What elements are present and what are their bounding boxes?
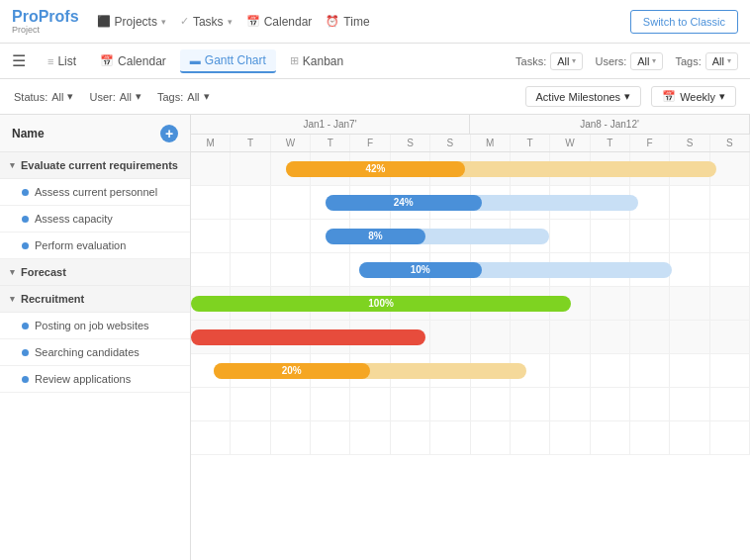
name-header-label: Name <box>12 127 45 140</box>
gantt-bar-perform-evaluation: 10% <box>359 262 482 278</box>
task-perform-evaluation-dot <box>22 242 29 249</box>
tasks-filter-select[interactable]: All ▾ <box>550 52 583 70</box>
day-6: S <box>430 135 470 151</box>
group-forecast-chevron: ▾ <box>10 267 15 277</box>
tab-kanban-label: Kanban <box>303 54 343 68</box>
task-posting-job[interactable]: Posting on job websites <box>0 313 190 339</box>
switch-classic-button[interactable]: Switch to Classic <box>630 10 738 34</box>
day-4: F <box>350 135 390 151</box>
day-3: T <box>311 135 350 151</box>
group-recruitment-label: Recruitment <box>21 293 84 305</box>
tab-calendar[interactable]: 📅 Calendar <box>90 50 176 72</box>
tags-filter-value: All <box>712 55 724 67</box>
tab-calendar-label: Calendar <box>118 54 166 68</box>
gantt-row-review-applications <box>191 421 750 455</box>
week-labels: Jan1 - Jan7' Jan8 - Jan12' <box>191 115 750 135</box>
day-0: M <box>191 135 231 151</box>
day-7: M <box>471 135 511 151</box>
group-evaluate-chevron: ▾ <box>10 160 15 170</box>
gantt-row-posting-job: 20% <box>191 354 750 388</box>
group-recruitment[interactable]: ▾ Recruitment <box>0 286 190 313</box>
task-assess-capacity-label: Assess capacity <box>35 213 113 225</box>
task-assess-capacity[interactable]: Assess capacity <box>0 206 190 233</box>
menu-icon[interactable]: ☰ <box>12 51 26 70</box>
users-filter-label: Users: <box>595 55 626 67</box>
tab-list[interactable]: ≡ List <box>38 50 86 72</box>
logo-sub: Project <box>12 26 40 35</box>
task-posting-job-dot <box>22 323 29 329</box>
tasks-filter-group: Tasks: All ▾ <box>516 52 583 70</box>
day-10: T <box>591 135 630 151</box>
tags-bar-filter[interactable]: Tags: All ▾ <box>157 90 210 103</box>
gantt-bar-assess-capacity: 8% <box>326 229 426 244</box>
nav-calendar[interactable]: 📅 Calendar <box>246 15 313 29</box>
sub-nav: ☰ ≡ List 📅 Calendar ▬ Gantt Chart ⊞ Kanb… <box>0 44 750 79</box>
task-assess-capacity-dot <box>22 216 29 223</box>
user-chevron: ▾ <box>136 90 141 103</box>
tab-gantt[interactable]: ▬ Gantt Chart <box>180 49 276 73</box>
gantt-bar-posting-job: 20% <box>214 363 370 379</box>
users-filter-group: Users: All ▾ <box>595 52 663 70</box>
gantt-bar-recruitment <box>191 329 425 345</box>
nav-items: ⬛ Projects ▾ ✓ Tasks ▾ 📅 Calendar ⏰ Time… <box>97 10 738 34</box>
gantt-row-searching-candidates <box>191 388 750 421</box>
milestone-button[interactable]: Active Milestones ▾ <box>525 86 642 107</box>
group-forecast-label: Forecast <box>21 266 66 278</box>
task-searching-candidates[interactable]: Searching candidates <box>0 339 190 366</box>
kanban-icon: ⊞ <box>290 54 299 67</box>
user-label: User: <box>89 91 115 103</box>
gantt-icon: ▬ <box>190 54 201 66</box>
tags-filter-group: Tags: All ▾ <box>675 52 738 70</box>
day-13: S <box>710 135 750 151</box>
task-assess-personnel-label: Assess current personnel <box>35 186 157 198</box>
nav-time[interactable]: ⏰ Time <box>326 15 369 29</box>
main-content: Name + ▾ Evaluate current requirements A… <box>0 115 750 560</box>
tab-kanban[interactable]: ⊞ Kanban <box>280 50 353 72</box>
tags-filter-select[interactable]: All ▾ <box>705 52 738 70</box>
day-1: T <box>231 135 270 151</box>
tags-bar-chevron: ▾ <box>204 90 210 103</box>
task-assess-personnel[interactable]: Assess current personnel <box>0 179 190 206</box>
day-5: S <box>391 135 430 151</box>
users-filter-select[interactable]: All ▾ <box>630 52 663 70</box>
period-chevron: ▾ <box>719 90 725 103</box>
gantt-row-assess-personnel: 24% <box>191 186 750 220</box>
users-filter-value: All <box>637 55 649 67</box>
right-filters: Active Milestones ▾ 📅 Weekly ▾ <box>525 86 736 107</box>
nav-tasks-label: Tasks <box>193 15 224 29</box>
task-review-applications[interactable]: Review applications <box>0 366 190 393</box>
task-posting-job-label: Posting on job websites <box>35 320 149 331</box>
gantt-bar-forecast: 100% <box>191 296 571 312</box>
task-searching-candidates-label: Searching candidates <box>35 346 140 358</box>
milestone-chevron: ▾ <box>624 90 630 103</box>
tags-filter-chevron: ▾ <box>727 56 731 65</box>
nav-tasks-chevron: ▾ <box>228 17 233 27</box>
day-2: W <box>271 135 311 151</box>
day-12: S <box>670 135 709 151</box>
logo: ProProfs Project <box>12 8 79 35</box>
gantt-row-evaluate: 42% <box>191 152 750 186</box>
nav-tasks[interactable]: ✓ Tasks ▾ <box>180 15 233 29</box>
nav-projects-chevron: ▾ <box>161 17 166 27</box>
add-task-button[interactable]: + <box>160 125 178 142</box>
week-label-jan8: Jan8 - Jan12' <box>470 115 750 134</box>
calendar-period-icon: 📅 <box>662 90 676 103</box>
period-button[interactable]: 📅 Weekly ▾ <box>651 86 736 107</box>
task-review-applications-label: Review applications <box>35 373 131 385</box>
group-evaluate-label: Evaluate current requirements <box>21 159 178 171</box>
group-recruitment-chevron: ▾ <box>10 294 15 304</box>
group-forecast[interactable]: ▾ Forecast <box>0 259 190 286</box>
users-filter-chevron: ▾ <box>652 56 656 65</box>
group-evaluate[interactable]: ▾ Evaluate current requirements <box>0 152 190 179</box>
day-9: W <box>550 135 590 151</box>
task-perform-evaluation-label: Perform evaluation <box>35 239 126 251</box>
gantt-row-forecast: 100% <box>191 287 750 321</box>
gantt-bar-assess-capacity-label: 8% <box>368 231 382 241</box>
right-panel: Jan1 - Jan7' Jan8 - Jan12' M T W T F S S… <box>191 115 750 560</box>
day-8: T <box>511 135 550 151</box>
user-filter[interactable]: User: All ▾ <box>89 90 141 103</box>
status-filter[interactable]: Status: All ▾ <box>14 90 73 103</box>
gantt-row-perform-evaluation: 10% <box>191 253 750 287</box>
task-perform-evaluation[interactable]: Perform evaluation <box>0 233 190 259</box>
nav-projects[interactable]: ⬛ Projects ▾ <box>97 15 166 29</box>
